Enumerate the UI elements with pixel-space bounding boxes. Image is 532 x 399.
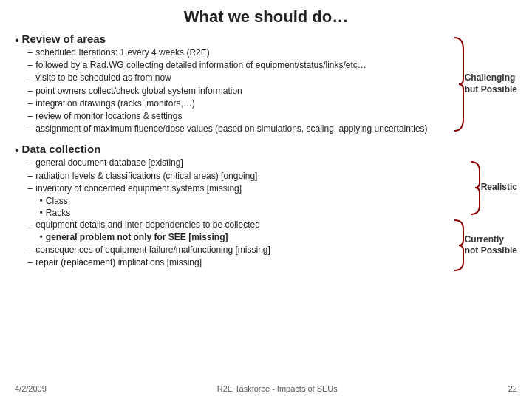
item-text: followed by a Rad.WG collecting detailed… bbox=[35, 59, 366, 71]
bracket-section1: Challenging but Possible bbox=[453, 33, 517, 135]
main-content: • Review of areas – scheduled Iterations… bbox=[15, 33, 517, 272]
section2-title: Data collection bbox=[22, 143, 517, 155]
section1-body: Review of areas – scheduled Iterations: … bbox=[22, 33, 449, 135]
dash-icon: – bbox=[28, 72, 33, 83]
list-item: – equipment details and inter-dependenci… bbox=[28, 219, 449, 231]
bracket-label-line2: but Possible bbox=[465, 84, 517, 96]
section2-wrapper: • Data collection – general document dat… bbox=[15, 143, 517, 272]
list-item: – consequences of equipment failure/malf… bbox=[28, 244, 449, 256]
section2-list2: – equipment details and inter-dependenci… bbox=[28, 219, 449, 268]
bracket-label-line1: Challenging bbox=[465, 72, 517, 84]
dash-icon: – bbox=[28, 183, 33, 194]
list-item: – assignment of maximum fluence/dose val… bbox=[28, 123, 449, 134]
page-title: What we should do… bbox=[15, 7, 517, 27]
item-text: scheduled Iterations: 1 every 4 weeks (R… bbox=[35, 47, 209, 58]
item-text: Racks bbox=[46, 207, 70, 219]
sub-sub-item: • general problem not only for SEE [miss… bbox=[40, 231, 449, 243]
section2-items1: – general document database [existing] –… bbox=[22, 157, 465, 219]
item-text: general document database [existing] bbox=[35, 157, 183, 168]
section1-wrapper: • Review of areas – scheduled Iterations… bbox=[15, 33, 517, 135]
list-item: – followed by a Rad.WG collecting detail… bbox=[28, 59, 449, 71]
footer-center: R2E Taskforce - Impacts of SEUs bbox=[217, 384, 338, 393]
dash-icon: – bbox=[28, 123, 33, 134]
bracket-label-realistic: Realistic bbox=[481, 182, 517, 194]
section2-group1: – general document database [existing] –… bbox=[22, 157, 517, 219]
item-text: point owners collect/check global system… bbox=[35, 85, 242, 97]
brace-svg-2 bbox=[469, 160, 481, 216]
dash-icon: – bbox=[28, 85, 33, 97]
footer-page-number: 22 bbox=[508, 384, 517, 393]
item-text: repair (replacement) implications [missi… bbox=[35, 256, 202, 268]
bracket-label-2: Realistic bbox=[481, 182, 517, 194]
list-item: – point owners collect/check global syst… bbox=[28, 85, 449, 97]
section2-body: Data collection – general document datab… bbox=[22, 143, 517, 272]
dot-icon: • bbox=[40, 231, 43, 243]
item-text: Class bbox=[46, 195, 68, 207]
list-item: – scheduled Iterations: 1 every 4 weeks … bbox=[28, 47, 449, 58]
section1-items: – scheduled Iterations: 1 every 4 weeks … bbox=[28, 47, 449, 134]
list-item: – visits to be scheduled as from now bbox=[28, 72, 449, 83]
item-text: visits to be scheduled as from now bbox=[35, 72, 171, 83]
list-item: – integration drawings (racks, monitors,… bbox=[28, 98, 449, 109]
sub-sub-item: • Racks bbox=[40, 207, 465, 219]
bracket-section2-1: Realistic bbox=[469, 157, 517, 219]
bracket-label-1: Challenging but Possible bbox=[465, 72, 517, 95]
dash-icon: – bbox=[28, 244, 33, 256]
dot-icon: • bbox=[40, 207, 43, 219]
dot-icon: • bbox=[40, 195, 43, 207]
item-text: review of monitor locations & settings bbox=[35, 110, 182, 122]
footer-date: 4/2/2009 bbox=[15, 384, 47, 393]
dash-icon: – bbox=[28, 110, 33, 122]
section2-items2: – equipment details and inter-dependenci… bbox=[22, 219, 449, 269]
dash-icon: – bbox=[28, 98, 33, 109]
bullet-2: • bbox=[15, 144, 19, 157]
brace-svg-3 bbox=[453, 219, 465, 272]
item-text-bold: general problem not only for SEE [missin… bbox=[46, 231, 228, 243]
brace-svg-1 bbox=[453, 36, 465, 132]
list-item: – review of monitor locations & settings bbox=[28, 110, 449, 122]
bracket-label-3: Currently not Possible bbox=[465, 234, 517, 257]
item-text: inventory of concerned equipment systems… bbox=[35, 183, 242, 194]
sub-sub-item: • Class bbox=[40, 195, 465, 207]
item-text: radiation levels & classifications (crit… bbox=[35, 170, 257, 182]
section2-group2: – equipment details and inter-dependenci… bbox=[22, 219, 517, 272]
dash-icon: – bbox=[28, 256, 33, 268]
list-item: – general document database [existing] bbox=[28, 157, 465, 168]
item-text: assignment of maximum fluence/dose value… bbox=[35, 123, 427, 134]
dash-icon: – bbox=[28, 47, 33, 58]
bracket-label-not-possible: not Possible bbox=[465, 245, 517, 257]
item-text: equipment details and inter-dependencies… bbox=[35, 219, 260, 231]
section1-title: Review of areas bbox=[22, 33, 449, 45]
dash-icon: – bbox=[28, 170, 33, 182]
footer: 4/2/2009 R2E Taskforce - Impacts of SEUs… bbox=[0, 384, 532, 393]
list-item: – inventory of concerned equipment syste… bbox=[28, 183, 465, 194]
dash-icon: – bbox=[28, 219, 33, 231]
list-item: – radiation levels & classifications (cr… bbox=[28, 170, 465, 182]
item-text: consequences of equipment failure/malfun… bbox=[35, 244, 270, 256]
section2-list1: – general document database [existing] –… bbox=[28, 157, 465, 219]
page: What we should do… • Review of areas – s… bbox=[0, 0, 532, 399]
dash-icon: – bbox=[28, 157, 33, 168]
item-text: integration drawings (racks, monitors,…) bbox=[35, 98, 194, 109]
bullet-1: • bbox=[15, 34, 19, 47]
bracket-label-currently: Currently bbox=[465, 234, 517, 246]
dash-icon: – bbox=[28, 59, 33, 71]
bracket-section2-2: Currently not Possible bbox=[453, 219, 517, 272]
list-item: – repair (replacement) implications [mis… bbox=[28, 256, 449, 268]
